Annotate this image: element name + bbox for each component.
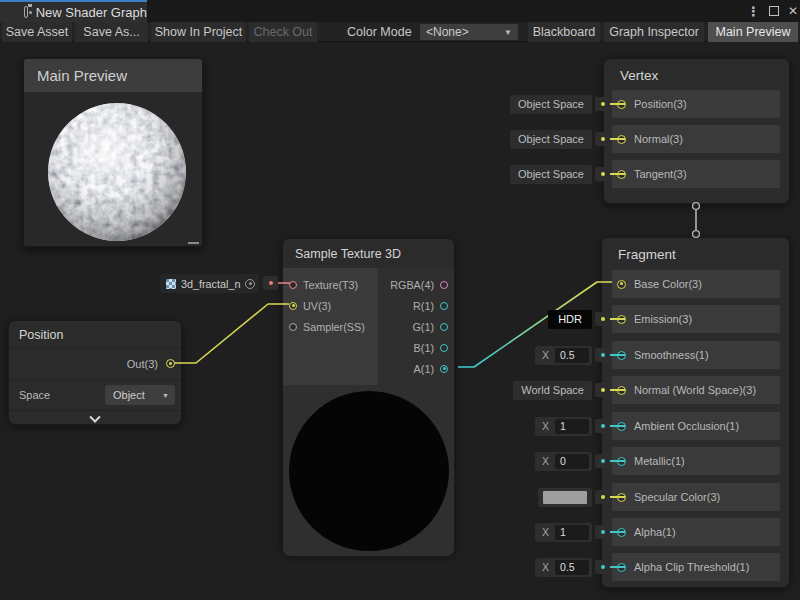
chevron-down-icon: ▼ (504, 28, 512, 37)
color-mode-dropdown[interactable]: <None> ▼ (420, 24, 518, 40)
color-swatch-field[interactable] (538, 488, 592, 507)
blackboard-button[interactable]: Blackboard (528, 22, 600, 42)
tab-new-shader-graph[interactable]: New Shader Graph (0, 0, 147, 22)
default-binding-chip (595, 454, 610, 468)
fragment-row-ambient-occlusion: X1 Ambient Occlusion(1) (518, 412, 780, 440)
position-node-title: Position (9, 321, 181, 347)
default-binding-chip (595, 348, 610, 362)
save-as-button[interactable]: Save As... (75, 22, 148, 42)
main-preview-window[interactable]: Main Preview (23, 58, 203, 247)
check-out-button: Check Out (249, 22, 317, 42)
show-in-project-button[interactable]: Show In Project (151, 22, 246, 42)
window-menu-icon[interactable]: ⋮ (747, 5, 760, 18)
float-field[interactable]: X0.5 (535, 346, 592, 365)
port-b-output[interactable] (440, 344, 448, 352)
default-binding-chip (595, 560, 610, 574)
space-binding-pill[interactable]: World Space (513, 381, 592, 400)
graph-inspector-button[interactable]: Graph Inspector (604, 22, 704, 42)
collapse-preview-button[interactable] (9, 411, 181, 428)
position-node[interactable]: Position Out(3) Space Object ▼ (8, 320, 182, 425)
vertex-row-tangent: Object Space Tangent(3) (518, 160, 780, 188)
float-field[interactable]: X1 (535, 417, 592, 436)
chevron-down-icon: ▼ (162, 392, 169, 399)
port-rgba-output[interactable] (440, 281, 448, 289)
port-base-color[interactable] (617, 280, 626, 289)
float-field[interactable]: X0 (535, 452, 592, 471)
chevron-down-icon (89, 411, 100, 422)
default-binding-chip (595, 419, 610, 433)
vertex-node-title: Vertex (604, 59, 789, 83)
default-binding-chip (595, 490, 610, 504)
texture-asset-name: 3d_fractal_n (181, 278, 240, 290)
fragment-row-emission: HDR Emission(3) (518, 305, 780, 333)
tab-bar: New Shader Graph ⋮ ✕ (0, 0, 800, 22)
texture-thumbnail-icon (166, 279, 176, 289)
color-mode-value: <None> (426, 25, 469, 39)
default-binding-chip (595, 525, 610, 539)
default-binding-chip (263, 276, 278, 290)
fragment-row-base-color: Base Color(3) (518, 270, 780, 298)
node-preview-sphere (289, 391, 449, 551)
port-g-output[interactable] (440, 323, 448, 331)
default-binding-chip (595, 167, 610, 181)
float-field[interactable]: X0.5 (535, 558, 592, 577)
fragment-row-specular-color: Specular Color(3) (518, 483, 780, 511)
main-preview-button[interactable]: Main Preview (708, 22, 798, 42)
color-mode-label: Color Mode (347, 22, 412, 42)
graph-toolbar: Save Asset Save As... Show In Project Ch… (0, 22, 800, 42)
node-preview-area (283, 385, 454, 556)
fragment-node-title: Fragment (602, 238, 789, 262)
default-binding-chip (595, 312, 610, 326)
port-uv-input[interactable] (289, 302, 297, 310)
out-port-label: Out(3) (127, 358, 158, 370)
port-r-output[interactable] (440, 302, 448, 310)
sample-texture-node-title: Sample Texture 3D (283, 239, 454, 261)
space-dropdown-value: Object (113, 389, 145, 401)
fragment-row-alpha-clip: X0.5 Alpha Clip Threshold(1) (518, 553, 780, 581)
resize-handle[interactable] (188, 242, 199, 244)
maximize-icon[interactable] (769, 6, 779, 16)
fragment-row-metallic: X0 Metallic(1) (518, 447, 780, 475)
space-dropdown[interactable]: Object ▼ (105, 385, 175, 405)
fragment-row-normal-ws: World Space Normal (World Space)(3) (518, 376, 780, 404)
port-out[interactable] (166, 359, 175, 368)
space-binding-pill[interactable]: Object Space (510, 95, 592, 114)
default-binding-chip (595, 383, 610, 397)
fragment-row-smoothness: X0.5 Smoothness(1) (518, 341, 780, 369)
shader-graph-icon (24, 6, 28, 18)
vertex-row-position: Object Space Position(3) (518, 90, 780, 118)
hdr-badge[interactable]: HDR (548, 310, 592, 329)
tab-title: New Shader Graph (36, 5, 147, 20)
default-binding-chip (595, 132, 610, 146)
space-binding-pill[interactable]: Object Space (510, 130, 592, 149)
port-sampler-input[interactable] (289, 323, 297, 331)
port-a-output[interactable] (440, 365, 448, 373)
space-binding-pill[interactable]: Object Space (510, 165, 592, 184)
save-asset-button[interactable]: Save Asset (2, 22, 72, 42)
close-icon[interactable]: ✕ (788, 5, 798, 17)
texture-asset-field[interactable]: 3d_fractal_n (160, 274, 259, 293)
default-binding-chip (595, 97, 610, 111)
sample-texture-3d-node[interactable]: Sample Texture 3D Texture(T3) UV(3) Samp… (282, 238, 455, 554)
object-picker-icon[interactable] (245, 279, 255, 289)
space-label: Space (19, 389, 50, 401)
output-ports-column: RGBA(4) R(1) G(1) B(1) A(1) (378, 268, 454, 385)
input-ports-column: Texture(T3) UV(3) Sampler(SS) (283, 268, 378, 385)
float-field[interactable]: X1 (535, 523, 592, 542)
fragment-row-alpha: X1 Alpha(1) (518, 518, 780, 546)
port-texture-input[interactable] (289, 281, 297, 289)
main-preview-title[interactable]: Main Preview (24, 59, 202, 92)
vertex-row-normal: Object Space Normal(3) (518, 125, 780, 153)
preview-sphere (24, 92, 202, 246)
color-swatch (543, 491, 587, 504)
